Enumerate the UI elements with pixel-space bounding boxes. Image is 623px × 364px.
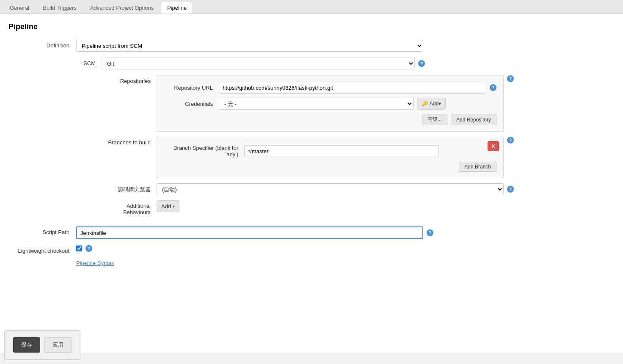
page-title: Pipeline [8, 22, 610, 31]
credentials-wrap: - 无 - 🔑 Add▾ [219, 98, 446, 110]
additional-behaviours-add-button[interactable]: Add ▾ [157, 200, 179, 212]
lightweight-checkout-checkbox[interactable] [76, 245, 82, 251]
branches-help-icon[interactable]: ? [507, 137, 514, 143]
script-path-input[interactable] [76, 226, 423, 239]
definition-control-wrap: Pipeline script from SCM Pipeline script [76, 40, 610, 52]
repositories-body: Repository URL ? Credentials - 无 - [157, 75, 514, 132]
tab-pipeline[interactable]: Pipeline [161, 2, 193, 14]
branches-row: Branches to build X Branch Specifier (bl… [102, 137, 610, 178]
script-path-row: Script Path ? [8, 226, 610, 239]
pipeline-syntax-row: Pipeline Syntax [8, 260, 610, 266]
credentials-add-button[interactable]: 🔑 Add▾ [417, 98, 446, 110]
tab-general[interactable]: General [3, 2, 36, 14]
repo-actions: 高级... Add Repository [164, 114, 496, 125]
credentials-row: Credentials - 无 - 🔑 Add▾ [164, 98, 496, 110]
script-path-help-icon[interactable]: ? [427, 229, 433, 236]
tab-bar: General Build Triggers Advanced Project … [0, 0, 623, 14]
branch-specifier-row: Branch Specifier (blank for 'any') [164, 145, 496, 157]
delete-branch-button[interactable]: X [488, 141, 499, 151]
lightweight-checkout-help-icon[interactable]: ? [85, 245, 92, 252]
source-browser-help-icon[interactable]: ? [507, 186, 514, 193]
branch-specifier-label: Branch Specifier (blank for 'any') [164, 145, 244, 157]
script-path-label: Script Path [8, 226, 76, 235]
branch-specifier-input[interactable] [244, 145, 439, 157]
main-content: Pipeline Definition Pipeline script from… [0, 14, 623, 353]
advanced-button[interactable]: 高级... [422, 114, 447, 125]
repositories-section: Repository URL ? Credentials - 无 - [157, 75, 504, 132]
save-button[interactable]: 保存 [13, 337, 40, 353]
branches-label: Branches to build [102, 137, 157, 146]
source-browser-row: 源码库浏览器 (自动) ? [102, 183, 610, 195]
pipeline-syntax-spacer [8, 260, 76, 262]
lightweight-checkout-wrap: ? [76, 245, 92, 252]
definition-row: Definition Pipeline script from SCM Pipe… [8, 40, 610, 52]
bottom-buttons: 保存 应用 [4, 330, 80, 353]
script-path-wrap: ? [76, 226, 433, 239]
repo-url-label: Repository URL [164, 85, 219, 91]
source-browser-select[interactable]: (自动) [157, 183, 504, 195]
lightweight-checkout-row: Lightweight checkout ? [8, 245, 610, 254]
add-label: Add [161, 203, 171, 210]
repositories-help-icon[interactable]: ? [507, 75, 514, 82]
repo-url-input[interactable] [219, 82, 486, 94]
scm-body: Git None ? Repositories Repository URL [102, 58, 610, 221]
additional-behaviours-row: Additional Behaviours Add ▾ [102, 200, 610, 215]
definition-select[interactable]: Pipeline script from SCM Pipeline script [76, 40, 423, 52]
lightweight-checkout-label: Lightweight checkout [8, 245, 76, 254]
branches-section: X Branch Specifier (blank for 'any') Add… [157, 137, 504, 178]
key-icon: 🔑 [422, 101, 428, 107]
source-browser-wrap: (自动) ? [157, 183, 514, 195]
credentials-select[interactable]: - 无 - [219, 98, 413, 110]
scm-select[interactable]: Git None [102, 58, 415, 69]
branches-actions: Add Branch [164, 162, 496, 172]
credentials-label: Credentials [164, 101, 219, 107]
repositories-row: Repositories Repository URL ? [102, 75, 610, 132]
definition-label: Definition [8, 40, 76, 49]
add-branch-button[interactable]: Add Branch [459, 162, 496, 172]
source-browser-label: 源码库浏览器 [102, 183, 157, 193]
scm-row: SCM Git None ? Repositories Repos [76, 58, 610, 221]
add-repository-button[interactable]: Add Repository [451, 114, 496, 125]
pipeline-syntax-link[interactable]: Pipeline Syntax [76, 260, 114, 266]
credentials-add-label: Add▾ [430, 101, 441, 107]
repositories-label: Repositories [102, 75, 157, 84]
tab-advanced-project-options[interactable]: Advanced Project Options [84, 2, 160, 14]
repo-url-help-icon[interactable]: ? [490, 84, 496, 91]
additional-behaviours-label: Additional Behaviours [102, 200, 157, 215]
repo-url-row: Repository URL ? [164, 82, 496, 94]
apply-button[interactable]: 应用 [44, 337, 72, 353]
scm-help-icon[interactable]: ? [418, 60, 425, 67]
branches-body: X Branch Specifier (blank for 'any') Add… [157, 137, 514, 178]
tab-build-triggers[interactable]: Build Triggers [36, 2, 83, 14]
add-caret-icon: ▾ [173, 204, 175, 209]
additional-behaviours-wrap: Add ▾ [157, 200, 179, 212]
scm-label: SCM [76, 58, 102, 66]
